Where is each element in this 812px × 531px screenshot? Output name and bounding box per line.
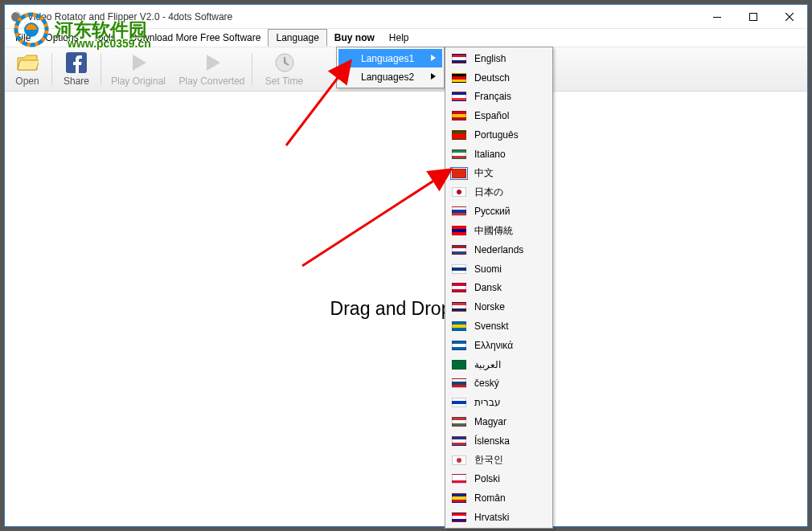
minimize-button[interactable]: [699, 5, 735, 28]
language-option[interactable]: Svenskt: [447, 317, 551, 336]
play-converted-button[interactable]: Play Converted: [174, 47, 250, 92]
language-label: עברית: [474, 397, 501, 408]
language-option[interactable]: Norske: [447, 297, 551, 317]
language-label: Dansk: [474, 282, 502, 293]
folder-open-icon: [16, 51, 39, 74]
flag-icon: [452, 302, 466, 312]
flag-icon: [452, 455, 466, 465]
language-option[interactable]: Magyar: [447, 412, 551, 431]
language-option[interactable]: Dansk: [447, 279, 551, 298]
menu-language[interactable]: Language: [268, 29, 326, 47]
language-option[interactable]: العربية: [447, 355, 551, 374]
language-option[interactable]: Deutsch: [447, 68, 551, 88]
language-label: Magyar: [474, 416, 506, 427]
language-label: 日本の: [474, 186, 503, 199]
play-icon: [127, 51, 150, 74]
flag-icon: [452, 360, 466, 370]
flag-icon: [452, 398, 466, 407]
language-label: العربية: [474, 359, 501, 370]
language-label: Italiano: [474, 149, 506, 160]
language-option[interactable]: English: [447, 49, 551, 68]
play-original-button[interactable]: Play Original: [103, 47, 174, 92]
flag-icon: [452, 474, 466, 484]
language-label: Ελληνικά: [474, 340, 513, 351]
flag-icon: [452, 54, 466, 63]
language-label: Norske: [474, 301, 505, 312]
language-label: Español: [474, 110, 509, 121]
language-label: český: [474, 378, 499, 389]
flag-icon: [452, 130, 466, 140]
annotation-arrow-icon: [278, 49, 363, 153]
watermark: 河东软件园 www.pc0359.cn: [13, 11, 147, 48]
language-label: 中文: [474, 166, 494, 180]
flag-icon: [452, 149, 466, 159]
language-label: Suomi: [474, 263, 502, 275]
language-label: Português: [474, 129, 519, 141]
open-button[interactable]: Open: [5, 47, 50, 92]
language-option[interactable]: Hrvatski: [447, 508, 551, 527]
svg-rect-1: [713, 17, 721, 18]
watermark-url: www.pc0359.cn: [68, 37, 151, 50]
annotation-arrow-icon: [294, 161, 463, 274]
language-option[interactable]: עברית: [447, 393, 551, 412]
language-option[interactable]: český: [447, 374, 551, 394]
language-label: Français: [474, 91, 511, 102]
language-option[interactable]: Ελληνικά: [447, 336, 551, 355]
language-label: Deutsch: [474, 72, 510, 84]
language-label: Русский: [474, 206, 511, 217]
language-label: Íslenska: [474, 435, 510, 447]
language-option[interactable]: Français: [447, 88, 551, 107]
flag-icon: [452, 73, 466, 83]
svg-line-8: [286, 61, 351, 145]
flag-icon: [452, 283, 466, 292]
language-label: Român: [474, 492, 506, 504]
language-option[interactable]: Íslenska: [447, 431, 551, 451]
language-option[interactable]: Português: [447, 125, 551, 145]
svg-line-9: [302, 170, 451, 266]
toolbar-divider: [100, 53, 101, 85]
menu-help[interactable]: Help: [382, 29, 416, 47]
language-label: 中國傳統: [474, 224, 513, 238]
menu-buy-now[interactable]: Buy now: [327, 29, 382, 47]
share-label: Share: [64, 76, 89, 87]
language-label: English: [474, 53, 506, 64]
watermark-logo-icon: [13, 11, 50, 48]
flag-icon: [452, 321, 466, 331]
language-list-submenu: EnglishDeutschFrançaisEspañolPortuguêsIt…: [445, 47, 553, 529]
flag-icon: [452, 92, 466, 101]
language-option[interactable]: Român: [447, 488, 551, 508]
language-option[interactable]: Español: [447, 106, 551, 125]
play-original-label: Play Original: [111, 76, 166, 87]
flag-icon: [452, 436, 466, 446]
play-icon: [201, 51, 224, 74]
flag-icon: [452, 378, 466, 388]
language-label: Hrvatski: [474, 512, 509, 523]
close-button[interactable]: [771, 5, 807, 28]
svg-rect-2: [749, 13, 757, 20]
language-label: 한국인: [474, 453, 503, 467]
flag-icon: [452, 417, 466, 427]
share-button[interactable]: Share: [54, 47, 99, 92]
play-converted-label: Play Converted: [178, 76, 244, 87]
facebook-icon: [65, 51, 88, 74]
language-option[interactable]: 한국인: [447, 451, 551, 470]
toolbar-divider: [51, 53, 52, 85]
toolbar-divider: [252, 53, 252, 85]
open-label: Open: [15, 76, 39, 87]
flag-icon: [452, 493, 466, 503]
language-label: Polski: [474, 473, 500, 484]
flag-icon: [452, 111, 466, 120]
maximize-button[interactable]: [735, 5, 771, 28]
language-label: Nederlands: [474, 244, 523, 255]
main-drop-area[interactable]: Drag and Drop Vic: [5, 92, 807, 526]
flag-icon: [452, 513, 466, 522]
language-option[interactable]: Polski: [447, 470, 551, 489]
flag-icon: [452, 341, 466, 350]
language-label: Svenskt: [474, 321, 509, 332]
